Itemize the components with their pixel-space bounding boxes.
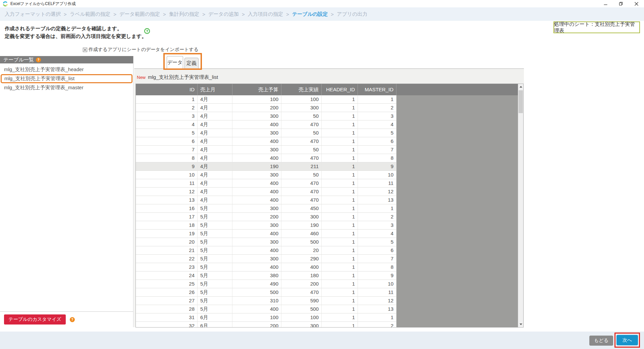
- breadcrumb-separator: >: [242, 11, 245, 17]
- customize-table-button[interactable]: テーブルのカスタマイズ: [4, 314, 66, 325]
- table-cell: 24: [136, 271, 198, 280]
- table-cell: 6: [358, 137, 396, 146]
- table-row[interactable]: 225月30029017: [136, 255, 396, 263]
- breadcrumb-separator: >: [202, 11, 205, 17]
- column-header-4[interactable]: HEADER_ID: [322, 84, 358, 95]
- table-cell: 1: [322, 246, 358, 255]
- table-cell: 200: [281, 280, 322, 288]
- next-button[interactable]: 次へ: [616, 335, 638, 345]
- column-header-5[interactable]: MASTER_ID: [358, 84, 396, 95]
- table-row[interactable]: 285月400500113: [136, 305, 396, 313]
- table-row[interactable]: 205月30050015: [136, 238, 396, 246]
- table-row[interactable]: 134月400470113: [136, 196, 396, 204]
- column-header-3[interactable]: 売上実績: [281, 84, 322, 95]
- table-row[interactable]: 104月30050110: [136, 171, 396, 179]
- table-cell: 5月: [198, 255, 232, 263]
- table-cell: 3: [136, 112, 198, 120]
- table-row[interactable]: 316月10010011: [136, 313, 396, 322]
- breadcrumb-step-1[interactable]: 入力フォーマットの選択: [5, 11, 61, 17]
- table-row[interactable]: 14月10010011: [136, 95, 396, 104]
- grid-vertical-scrollbar[interactable]: [518, 84, 523, 327]
- tab-data[interactable]: データ: [167, 56, 183, 69]
- table-row[interactable]: 44月40047014: [136, 120, 396, 129]
- table-cell: 9: [358, 162, 396, 171]
- table-cell: 5月: [198, 263, 232, 271]
- table-row[interactable]: 215月4002016: [136, 246, 396, 255]
- table-cell: 1: [322, 179, 358, 188]
- breadcrumb-step-7[interactable]: テーブルの設定: [292, 11, 328, 17]
- table-cell: 4: [136, 120, 198, 129]
- back-button[interactable]: もどる: [589, 336, 613, 346]
- table-cell: 9: [358, 271, 396, 280]
- restore-button[interactable]: [613, 0, 629, 7]
- table-cell: 460: [281, 230, 322, 238]
- breadcrumb-step-4[interactable]: 集計列の指定: [169, 11, 199, 17]
- scroll-down-arrow[interactable]: [518, 321, 523, 327]
- table-row[interactable]: 64月40047016: [136, 137, 396, 146]
- table-cell: 450: [281, 204, 322, 213]
- table-row[interactable]: 114月400470111: [136, 179, 396, 188]
- table-row[interactable]: 24月20030012: [136, 104, 396, 112]
- table-row[interactable]: 94月19021119: [136, 162, 396, 171]
- table-cell: 3: [358, 112, 396, 120]
- table-cell: 5月: [198, 288, 232, 297]
- table-row[interactable]: 265月500470111: [136, 288, 396, 297]
- scroll-up-arrow[interactable]: [518, 84, 523, 90]
- table-cell: 8: [358, 154, 396, 162]
- window-controls: [598, 0, 644, 7]
- table-cell: 5月: [198, 213, 232, 221]
- scrollbar-thumb[interactable]: [519, 90, 523, 113]
- breadcrumb-separator: >: [331, 11, 334, 17]
- breadcrumb-step-3[interactable]: データ範囲の指定: [119, 11, 160, 17]
- table-cell: 1: [322, 230, 358, 238]
- table-list-item[interactable]: mlg_支社別売上予実管理表_master: [1, 84, 132, 92]
- column-header-2[interactable]: 売上予算: [232, 84, 281, 95]
- table-cell: 4月: [198, 146, 232, 154]
- table-row[interactable]: 175月20030012: [136, 213, 396, 221]
- table-row[interactable]: 255月490200110: [136, 280, 396, 288]
- table-row[interactable]: 34月3005013: [136, 112, 396, 120]
- column-header-0[interactable]: ID: [136, 84, 198, 95]
- processing-sheet-box: 処理中のシート：支社別売上予実管理表: [553, 21, 640, 33]
- breadcrumb-step-8[interactable]: アプリの出力: [337, 11, 367, 17]
- breadcrumb-step-2[interactable]: ラベル範囲の指定: [70, 11, 110, 17]
- table-list-item-selected[interactable]: mlg_支社別売上予実管理表_list: [1, 74, 132, 83]
- table-list-item[interactable]: mlg_支社別売上予実管理表_header: [1, 65, 132, 74]
- table-cell: 7: [136, 146, 198, 154]
- checkbox-checked-icon[interactable]: [83, 48, 87, 52]
- tab-definition[interactable]: 定義: [184, 58, 199, 69]
- table-cell: 300: [232, 171, 281, 179]
- close-button[interactable]: [629, 0, 644, 7]
- table-row[interactable]: 185月30019013: [136, 221, 396, 230]
- table-row[interactable]: 245月38018019: [136, 271, 396, 280]
- table-row[interactable]: 165月30045011: [136, 204, 396, 213]
- table-cell: 4月: [198, 196, 232, 204]
- table-cell: 4月: [198, 154, 232, 162]
- table-row[interactable]: 326月20030012: [136, 322, 396, 328]
- table-row[interactable]: 54月3005015: [136, 129, 396, 137]
- table-row[interactable]: 275月310590112: [136, 297, 396, 305]
- breadcrumb-separator: >: [113, 11, 116, 17]
- table-cell: 10: [136, 171, 198, 179]
- table-cell: 5月: [198, 238, 232, 246]
- import-data-checkbox[interactable]: 作成するアプリにシートのデータをインポートする: [83, 47, 199, 53]
- table-cell: 5月: [198, 221, 232, 230]
- column-header-1[interactable]: 売上月: [198, 84, 232, 95]
- table-cell: 13: [136, 196, 198, 204]
- table-row[interactable]: 235月40040018: [136, 263, 396, 271]
- table-cell: 1: [322, 95, 358, 104]
- help-icon-customize[interactable]: ?: [70, 317, 75, 322]
- table-row[interactable]: 74月3005017: [136, 146, 396, 154]
- table-row[interactable]: 84月40047018: [136, 154, 396, 162]
- table-cell: 13: [358, 196, 396, 204]
- table-row[interactable]: 195月40046014: [136, 230, 396, 238]
- minimize-button[interactable]: [598, 0, 613, 7]
- help-icon-table-list[interactable]: ?: [36, 57, 41, 62]
- breadcrumb-step-6[interactable]: 入力項目の指定: [248, 11, 283, 17]
- table-cell: 1: [322, 313, 358, 322]
- table-cell: 21: [136, 246, 198, 255]
- table-row[interactable]: 124月400470112: [136, 188, 396, 196]
- breadcrumb-step-5[interactable]: データの追加: [208, 11, 239, 17]
- table-cell: 19: [136, 230, 198, 238]
- help-icon-green[interactable]: ?: [144, 28, 150, 34]
